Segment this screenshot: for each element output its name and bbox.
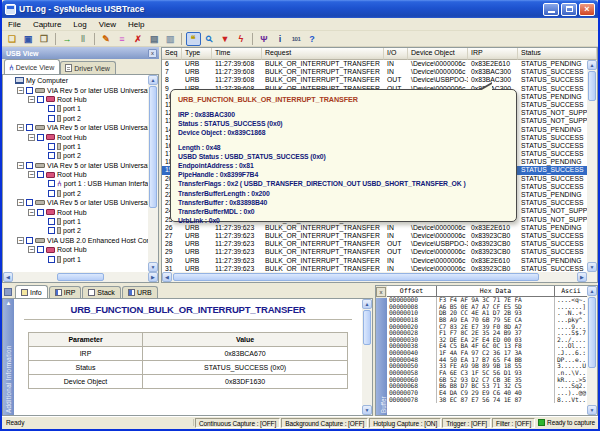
tree-item[interactable]: +port 1	[4, 217, 148, 226]
scroll-thumb[interactable]	[588, 297, 596, 368]
tree-item[interactable]: −Root Hub	[4, 207, 148, 216]
maximize-button[interactable]	[561, 3, 577, 16]
scroll-up-icon[interactable]: ▲	[148, 75, 158, 85]
tree-expander-icon[interactable]: −	[17, 199, 24, 206]
menu-file[interactable]: File	[2, 19, 27, 30]
scroll-right-icon[interactable]: ▶	[577, 272, 587, 282]
tree-item[interactable]: +port 1	[4, 254, 148, 263]
menu-log[interactable]: Log	[67, 19, 92, 30]
tree-checkbox[interactable]	[26, 124, 33, 131]
expand-strip-icon[interactable]: ▲	[6, 299, 12, 307]
start-capture-button[interactable]: →	[60, 32, 75, 46]
tree-item[interactable]: +⑃port 1 : USB Human Interface D	[4, 179, 148, 188]
find-button[interactable]: ⚲	[202, 32, 217, 46]
column-header-irp[interactable]: IRP	[468, 48, 518, 60]
balloon-tooltip-toggle[interactable]: ❝	[186, 32, 201, 46]
hex-vertical-scrollbar[interactable]: ▲ ▼	[587, 286, 597, 415]
column-header-req[interactable]: Request	[262, 48, 384, 60]
tree-checkbox[interactable]	[48, 190, 55, 197]
table-row[interactable]: 7URB11:27:39:608BULK_OR_INTERRUPT_TRANSF…	[162, 68, 587, 76]
scroll-thumb[interactable]	[588, 71, 596, 101]
tree-checkbox[interactable]	[48, 152, 55, 159]
tree-item[interactable]: +port 1	[4, 142, 148, 151]
tree-checkbox[interactable]	[48, 115, 55, 122]
column-header-type[interactable]: Type	[182, 48, 212, 60]
tree-checkbox[interactable]	[37, 134, 44, 141]
tree-item[interactable]: +port 2	[4, 189, 148, 198]
menu-help[interactable]: Help	[122, 19, 150, 30]
minimize-button[interactable]	[543, 3, 559, 16]
scroll-left-icon[interactable]: ◀	[3, 272, 13, 282]
scroll-thumb[interactable]	[149, 86, 157, 208]
tree-expander-icon[interactable]: −	[28, 171, 35, 178]
scroll-up-icon[interactable]: ▲	[362, 299, 372, 309]
tree-item[interactable]: −VIA USB 2.0 Enhanced Host Controller	[4, 236, 148, 245]
tree-expander-icon[interactable]: −	[28, 96, 35, 103]
usb-view-close-button[interactable]: x	[148, 49, 157, 58]
edit-capture-button[interactable]: ✎	[99, 32, 114, 46]
tree-item[interactable]: +My Computer	[4, 76, 148, 85]
menu-capture[interactable]: Capture	[27, 19, 67, 30]
tree-checkbox[interactable]	[48, 143, 55, 150]
tree-item[interactable]: −VIA Rev 5 or later USB Universal Host C	[4, 161, 148, 170]
tree-expander-icon[interactable]: −	[17, 124, 24, 131]
tree-checkbox[interactable]	[48, 256, 55, 263]
info-vertical-scrollbar[interactable]: ▲ ▼	[362, 299, 372, 415]
scroll-thumb[interactable]	[363, 310, 371, 345]
table-row[interactable]: 30URB11:27:39:623BULK_OR_INTERRUPT_TRANS…	[162, 257, 587, 265]
trigger-button[interactable]: ϟ	[234, 32, 249, 46]
table-row[interactable]: 6URB11:27:39:608BULK_OR_INTERRUPT_TRANSF…	[162, 60, 587, 68]
report-button[interactable]: ▥	[163, 32, 178, 46]
buffer-close-button[interactable]: x	[376, 287, 386, 297]
export-log-button[interactable]: ❐	[37, 32, 52, 46]
table-row[interactable]: 29URB11:27:39:623BULK_OR_INTERRUPT_TRANS…	[162, 248, 587, 256]
tree-checkbox[interactable]	[37, 209, 44, 216]
tree-horizontal-scrollbar[interactable]: ◀ ▶	[3, 272, 158, 282]
scroll-up-icon[interactable]: ▲	[587, 286, 597, 296]
table-row[interactable]: 28URB11:27:39:623BULK_OR_INTERRUPT_TRANS…	[162, 240, 587, 248]
tree-item[interactable]: −VIA Rev 5 or later USB Universal Host C	[4, 198, 148, 207]
tree-checkbox[interactable]	[48, 180, 55, 187]
tab-irp[interactable]: IRP	[49, 286, 82, 298]
tree-item[interactable]: −Root Hub	[4, 245, 148, 254]
trace-vertical-scrollbar[interactable]: ▲ ▼	[587, 60, 597, 272]
tab-urb[interactable]: URB	[122, 286, 158, 298]
tree-vertical-scrollbar[interactable]: ▲ ▼	[148, 75, 158, 272]
scroll-up-icon[interactable]: ▲	[587, 60, 597, 70]
column-header-status[interactable]: Status	[518, 48, 597, 60]
log-columns-button[interactable]: ≡	[115, 32, 130, 46]
tree-item[interactable]: +port 2	[4, 151, 148, 160]
scroll-down-icon[interactable]: ▼	[362, 405, 372, 415]
save-log-button[interactable]: ▣	[21, 32, 36, 46]
tree-checkbox[interactable]	[48, 218, 55, 225]
tree-item[interactable]: −VIA Rev 5 or later USB Universal Host C	[4, 123, 148, 132]
tab-driver-view[interactable]: Driver View	[60, 61, 116, 74]
tree-expander-icon[interactable]: −	[28, 209, 35, 216]
trace-horizontal-scrollbar[interactable]: ◀ ▶	[162, 272, 587, 282]
raw-data-button[interactable]: 101	[289, 32, 304, 46]
tree-checkbox[interactable]	[26, 237, 33, 244]
tree-checkbox[interactable]	[48, 105, 55, 112]
scroll-thumb[interactable]	[57, 273, 104, 281]
tree-checkbox[interactable]	[37, 246, 44, 253]
tree-item[interactable]: −Root Hub	[4, 132, 148, 141]
column-header-seq[interactable]: Seq	[162, 48, 182, 60]
info-button[interactable]: i	[273, 32, 288, 46]
scroll-down-icon[interactable]: ▼	[587, 405, 597, 415]
open-log-button[interactable]: ❏	[5, 32, 20, 46]
tree-item[interactable]: +port 2	[4, 114, 148, 123]
scroll-right-icon[interactable]: ▶	[148, 272, 158, 282]
tree-checkbox[interactable]	[37, 96, 44, 103]
pause-capture-button[interactable]: ‖	[76, 32, 91, 46]
tree-checkbox[interactable]	[26, 199, 33, 206]
tree-expander-icon[interactable]: −	[28, 246, 35, 253]
tree-expander-icon[interactable]: −	[17, 237, 24, 244]
tab-info[interactable]: Info	[15, 285, 48, 298]
column-header-io[interactable]: I/O	[384, 48, 408, 60]
tree-item[interactable]: −VIA Rev 5 or later USB Universal Host C	[4, 85, 148, 94]
table-row[interactable]: 8URB11:27:39:608BULK_OR_INTERRUPT_TRANSF…	[162, 76, 587, 84]
menu-view[interactable]: View	[93, 19, 122, 30]
tree-item[interactable]: −Root Hub	[4, 95, 148, 104]
tree-checkbox[interactable]	[48, 227, 55, 234]
table-row[interactable]: 27URB11:27:39:623BULK_OR_INTERRUPT_TRANS…	[162, 232, 587, 240]
